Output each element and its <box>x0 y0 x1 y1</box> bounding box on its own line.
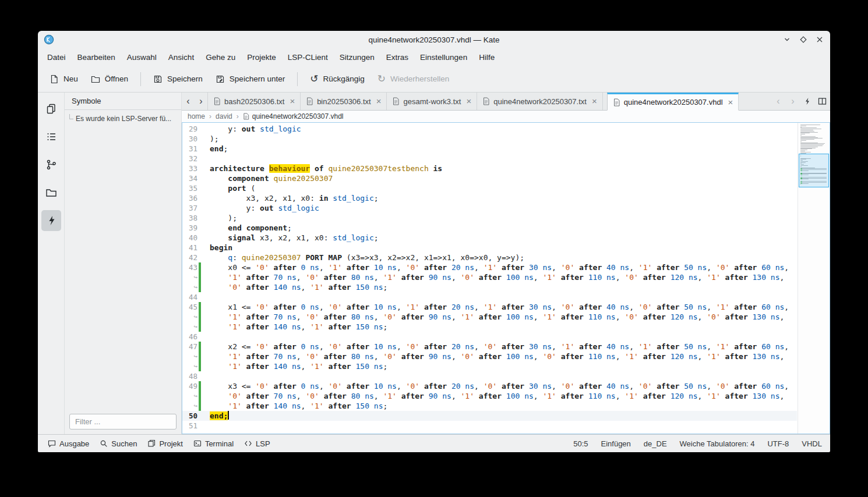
code-line-47[interactable]: 47 x2 <= '0' after 0 ns, '0' after 10 ns… <box>182 342 797 352</box>
code-line-29[interactable]: 29 y: out std_logic <box>182 124 797 134</box>
code-line-37[interactable]: 37 y: out std_logic <box>182 203 797 213</box>
external-tools-button[interactable] <box>41 210 61 231</box>
code-line-31[interactable]: 31end; <box>182 144 797 154</box>
lsp-pane-button[interactable]: LSP <box>239 437 276 450</box>
code-line-33[interactable]: 33architecture behaviour of quine2025030… <box>182 164 797 173</box>
menu-auswahl[interactable]: Auswahl <box>121 51 163 64</box>
code-line-40[interactable]: 40 signal x3, x2, x1, x0: std_logic; <box>182 233 797 243</box>
breadcrumb-david[interactable]: david <box>216 112 232 120</box>
code-line-34[interactable]: 34 component quine20250307 <box>182 173 797 183</box>
project-pane-button[interactable]: Projekt <box>142 437 188 450</box>
tab-close-icon[interactable]: × <box>376 98 382 105</box>
code-line-wrap[interactable]: ↪ '1' after 70 ns, '0' after 80 ns, '0' … <box>182 352 797 361</box>
lsp-icon <box>244 439 252 448</box>
menu-projekte[interactable]: Projekte <box>241 51 282 64</box>
maximize-button[interactable] <box>799 35 808 44</box>
encoding[interactable]: UTF-8 <box>767 439 789 448</box>
menu-gehe-zu[interactable]: Gehe zu <box>200 51 241 64</box>
tab-gesamt-work3.txt[interactable]: gesamt-work3.txt× <box>387 93 477 110</box>
code-line-36[interactable]: 36 x3, x2, x1, x0: in std_logic; <box>182 193 797 203</box>
code-text: x1 <= '0' after 0 ns, '0' after 10 ns, '… <box>201 302 789 312</box>
code-line-43[interactable]: 43 x0 <= '0' after 0 ns, '1' after 10 ns… <box>182 262 797 272</box>
menu-hilfe[interactable]: Hilfe <box>473 51 500 64</box>
symbol-list-tool-button[interactable] <box>41 126 61 147</box>
menu-ansicht[interactable]: Ansicht <box>163 51 200 64</box>
tab-quine4network20250307.txt[interactable]: quine4network20250307.txt× <box>477 93 603 110</box>
status-info: 50:5 Einfügen de_DE Weiche Tabulatoren: … <box>573 439 825 448</box>
code-line-wrap[interactable]: ↪ '1' after 140 ns, '1' after 150 ns; <box>182 401 797 411</box>
code-line-wrap[interactable]: ↪ '0' after 70 ns, '0' after 80 ns, '1' … <box>182 391 797 401</box>
code-line-45[interactable]: 45 x1 <= '0' after 0 ns, '0' after 10 ns… <box>182 302 797 312</box>
git-tool-button[interactable] <box>41 154 61 175</box>
code-line-38[interactable]: 38 ); <box>182 213 797 223</box>
title-bar[interactable]: quine4network20250307.vhdl — Kate <box>38 31 830 48</box>
code-area[interactable]: 29 y: out std_logic30);31end;3233archite… <box>182 123 797 434</box>
filesystem-tool-button[interactable] <box>41 182 61 203</box>
document-new-icon <box>50 74 59 84</box>
documents-tool-button[interactable] <box>41 98 61 119</box>
code-line-35[interactable]: 35 port ( <box>182 183 797 193</box>
split-view-button[interactable] <box>816 97 828 105</box>
filter-input[interactable] <box>69 414 177 429</box>
tab-close-icon[interactable]: × <box>728 99 733 106</box>
code-line-44[interactable]: 44 <box>182 292 797 302</box>
new-button[interactable]: Neu <box>44 71 84 87</box>
output-pane-button[interactable]: Ausgabe <box>43 437 94 450</box>
tab-close-icon[interactable]: × <box>592 98 597 105</box>
tabs-scroll-left-button[interactable]: ‹ <box>182 93 195 110</box>
breadcrumb-file[interactable]: quine4network20250307.vhdl <box>243 112 344 120</box>
tab-close-icon[interactable]: × <box>290 98 295 105</box>
code-line-wrap[interactable]: ↪ '1' after 140 ns, '1' after 150 ns; <box>182 361 797 371</box>
undo-button[interactable]: ↺ Rückgängig <box>304 71 371 87</box>
menu-extras[interactable]: Extras <box>380 51 414 64</box>
view-history-back-button[interactable]: ‹ <box>772 96 785 106</box>
cursor-position[interactable]: 50:5 <box>573 439 588 448</box>
code-line-30[interactable]: 30); <box>182 134 797 144</box>
menu-einstellungen[interactable]: Einstellungen <box>414 51 473 64</box>
terminal-pane-button[interactable]: Terminal <box>188 437 239 450</box>
save-button[interactable]: Speichern <box>147 71 209 87</box>
code-line-46[interactable]: 46 <box>182 332 797 342</box>
minimap-viewport[interactable] <box>799 154 829 187</box>
code-line-wrap[interactable]: ↪ '1' after 140 ns, '1' after 150 ns; <box>182 322 797 332</box>
code-text: ); <box>201 134 219 144</box>
menu-datei[interactable]: Datei <box>41 51 72 64</box>
view-history-forward-button[interactable]: › <box>786 96 799 106</box>
menu-lsp-client[interactable]: LSP-CLient <box>282 51 334 64</box>
code-line-wrap[interactable]: ↪ '1' after 70 ns, '0' after 80 ns, '0' … <box>182 312 797 322</box>
code-line-32[interactable]: 32 <box>182 154 797 164</box>
code-line-39[interactable]: 39 end component; <box>182 223 797 233</box>
dictionary[interactable]: de_DE <box>644 439 667 448</box>
code-line-50[interactable]: 50end; <box>182 411 797 421</box>
code-text: x0 <= '0' after 0 ns, '1' after 10 ns, '… <box>201 262 789 272</box>
tab-mode[interactable]: Weiche Tabulatoren: 4 <box>680 439 755 448</box>
code-text: '0' after 70 ns, '0' after 80 ns, '1' af… <box>201 391 784 401</box>
syntax-mode[interactable]: VHDL <box>802 439 822 448</box>
code-text: '0' after 140 ns, '1' after 150 ns; <box>201 282 387 292</box>
tab-bash20250306.txt[interactable]: bash20250306.txt× <box>207 93 301 110</box>
close-button[interactable] <box>815 35 824 44</box>
code-line-wrap[interactable]: ↪ '1' after 70 ns, '0' after 80 ns, '1' … <box>182 272 797 282</box>
insert-mode[interactable]: Einfügen <box>601 439 631 448</box>
code-line-wrap[interactable]: ↪ '0' after 140 ns, '1' after 150 ns; <box>182 282 797 292</box>
minimap[interactable] <box>798 123 830 434</box>
quick-open-button[interactable] <box>801 97 814 105</box>
code-line-48[interactable]: 48 <box>182 371 797 381</box>
code-line-51[interactable]: 51 <box>182 421 797 431</box>
open-button[interactable]: Öffnen <box>85 71 134 87</box>
tab-quine4network20250307.vhdl[interactable]: quine4network20250307.vhdl× <box>607 93 739 111</box>
save-as-button[interactable]: Speichern unter <box>210 71 291 87</box>
code-line-41[interactable]: 41begin <box>182 243 797 253</box>
breadcrumb-home[interactable]: home <box>188 112 205 120</box>
tabs-scroll-right-button[interactable]: › <box>195 93 207 110</box>
menu-sitzungen[interactable]: Sitzungen <box>334 51 380 64</box>
search-pane-button[interactable]: Suchen <box>94 437 142 450</box>
code-line-42[interactable]: 42 q: quine20250307 PORT MAP (x3=>x3, x2… <box>182 253 797 262</box>
code-text: port ( <box>201 183 255 193</box>
toolbar-separator <box>140 72 141 86</box>
tab-bin20250306.txt[interactable]: bin20250306.txt× <box>301 93 387 110</box>
tab-close-icon[interactable]: × <box>466 98 471 105</box>
menu-bearbeiten[interactable]: Bearbeiten <box>72 51 121 64</box>
minimize-button[interactable] <box>782 35 792 44</box>
code-line-49[interactable]: 49 x3 <= '0' after 0 ns, '0' after 10 ns… <box>182 381 797 391</box>
